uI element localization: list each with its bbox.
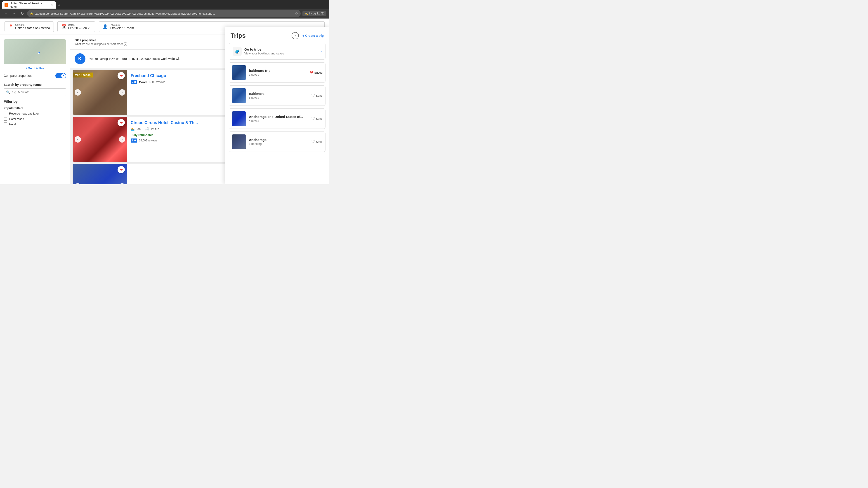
heart-icon: ♡ [311,116,315,121]
incognito-icon: 🕵 [305,12,308,15]
destination-content: Going to United States of America [15,24,50,30]
hotel-image-third: ❤ ‹ › [73,164,127,184]
vip-badge: VIP Access [73,72,93,77]
image-prev-button[interactable]: ‹ [74,136,81,142]
url-text: expedia.com/Hotel-Search?adults=1&childr… [35,12,293,15]
tab-title: United States of America Hotel [10,2,47,8]
search-section-label: Search by property name [4,83,66,87]
back-button[interactable]: ← [3,10,9,17]
tab-bar: E United States of America Hotel ✕ + [0,0,329,8]
property-search-input[interactable] [12,90,64,94]
destination-field[interactable]: 📍 Going to United States of America [4,22,54,32]
trip-name: baltimore trip [249,69,307,72]
trip-thumbnail [232,134,246,149]
search-header-left: 300+ properties What we are paid impacts… [74,38,127,46]
filter-checkbox-resort[interactable] [4,117,7,121]
sidebar: View in a map Compare properties ✕ Searc… [0,35,70,184]
hotel-favorite-button[interactable]: ❤ [118,166,125,173]
trip-save-button[interactable]: ♡ Save [311,93,322,98]
trip-item-baltimore-trip[interactable]: baltimore trip 3 saves ❤ Saved [229,62,326,83]
filter-checkbox-reserve[interactable] [4,111,7,115]
filter-item-resort: Hotel resort [4,117,66,121]
compare-toggle[interactable]: ✕ [55,73,66,78]
heart-icon: ♡ [311,139,315,144]
dates-field[interactable]: 📅 Dates Feb 20 – Feb 29 [57,22,95,32]
info-icon[interactable]: i [124,42,127,46]
toggle-x-icon: ✕ [62,74,65,77]
trip-item-baltimore[interactable]: Baltimore 6 saves ♡ Save [229,86,326,106]
image-prev-button[interactable]: ‹ [74,89,81,96]
incognito-label: Incognito (2) [309,12,324,15]
rating-label: Good [139,80,147,84]
trip-item-anchorage[interactable]: Anchorage 1 booking ♡ Save [229,131,326,152]
trip-saves: 3 saves [249,73,307,76]
bookmark-icon[interactable]: ☆ [295,11,298,16]
sort-note: What we are paid impacts our sort order … [74,42,127,46]
compare-label: Compare properties [4,74,32,77]
saved-label: Saved [314,71,322,74]
heart-filled-icon: ❤ [120,168,123,172]
heart-icon: ♡ [311,93,315,98]
go-to-trips-content: Go to trips View your bookings and saves [244,47,318,55]
location-icon: 📍 [8,24,13,29]
rating-count: 1,003 reviews [149,80,165,84]
go-to-trips-item[interactable]: 🧳 Go to trips View your bookings and sav… [229,43,326,60]
save-label: Save [316,140,322,143]
toggle-circle: ✕ [61,73,66,78]
hotel-image-freehand: VIP Access ❤ ‹ › [73,70,127,115]
hotel-favorite-button[interactable]: ❤ [118,72,125,79]
active-tab[interactable]: E United States of America Hotel ✕ [2,1,56,8]
amenity-pool: 🏊 Pool [131,127,141,131]
address-bar[interactable]: 🔒 expedia.com/Hotel-Search?adults=1&chil… [27,10,301,17]
map-background [4,39,66,64]
travelers-label: Travelers [110,24,134,26]
destination-label: Going to [15,24,50,26]
create-trip-button[interactable]: + Create a trip [303,34,324,37]
trips-panel: Trips × + Create a trip 🧳 Go to trips Vi… [225,27,329,184]
hotel-image-circus: ❤ ‹ › [73,117,127,162]
trip-info: Anchorage 1 booking [249,138,309,145]
go-to-trips-arrow-icon: › [320,49,322,53]
trip-save-button[interactable]: ♡ Save [311,139,322,144]
trip-info: Baltimore 6 saves [249,92,309,99]
travelers-value: 1 traveler, 1 room [110,26,134,30]
trip-thumbnail-image [232,134,246,149]
dates-value: Feb 20 – Feb 29 [68,26,91,30]
person-icon: 👤 [103,24,107,29]
hottub-icon: 🛁 [145,127,149,131]
property-search-section: Search by property name 🔍 [4,83,66,96]
save-label: Save [316,117,322,121]
trips-close-button[interactable]: × [291,32,299,39]
trips-actions: × + Create a trip [291,32,324,39]
heart-filled-icon: ❤ [120,74,123,78]
tab-close-button[interactable]: ✕ [50,3,53,7]
search-input-wrapper[interactable]: 🔍 [4,88,66,96]
image-next-button[interactable]: › [119,89,125,96]
go-to-trips-subtitle: View your bookings and saves [244,52,318,55]
new-tab-button[interactable]: + [56,2,62,8]
trip-saved-button[interactable]: ❤ Saved [310,70,322,75]
trip-thumbnail [232,65,246,80]
bag-icon: 🧳 [232,47,242,56]
trip-info: Anchorage and United States of... 4 save… [249,115,309,123]
save-label: Save [316,94,322,97]
trips-header: Trips × + Create a trip [225,27,329,43]
go-to-trips-title: Go to trips [244,47,318,51]
trip-saves: 4 saves [249,119,309,123]
trip-thumbnail [232,111,246,126]
view-map-link[interactable]: View in a map [4,66,66,69]
filter-label-reserve: Reserve now, pay later [9,112,39,115]
trip-item-anchorage-us[interactable]: Anchorage and United States of... 4 save… [229,108,326,129]
refresh-button[interactable]: ↻ [19,10,25,17]
main-content: View in a map Compare properties ✕ Searc… [0,35,329,184]
hotel-favorite-button[interactable]: ❤ [118,119,125,126]
trip-save-button[interactable]: ♡ Save [311,116,322,121]
incognito-button[interactable]: 🕵 Incognito (2) [303,11,327,16]
map-container[interactable] [4,39,66,64]
amenity-label: Hot tub [150,127,159,131]
filter-checkbox-hotel[interactable] [4,123,7,126]
forward-button[interactable]: → [11,10,17,17]
lock-icon: 🔒 [30,12,33,15]
image-next-button[interactable]: › [119,136,125,142]
savings-avatar: K [74,53,86,64]
